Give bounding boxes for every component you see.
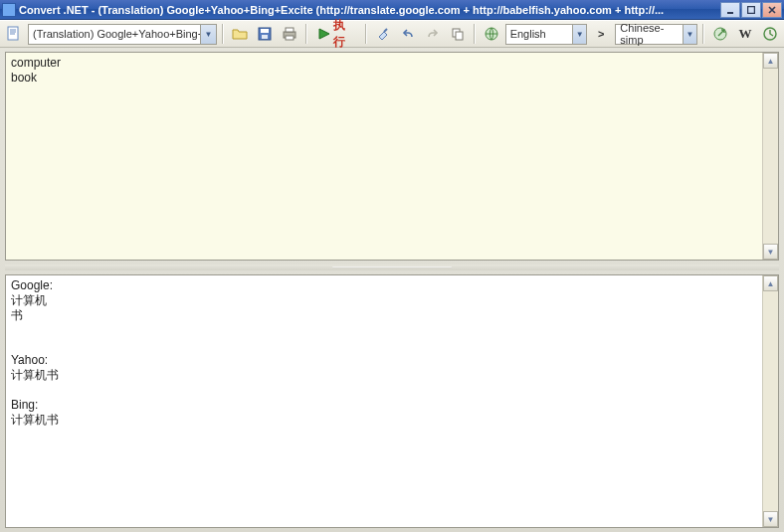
content-area: ▲ ▼ Google: 计算机 书 Yahoo: 计算机书 Bing: 计算机书… (0, 48, 784, 532)
external-link-icon[interactable] (709, 23, 731, 45)
splitter[interactable] (5, 265, 779, 270)
output-pane: Google: 计算机 书 Yahoo: 计算机书 Bing: 计算机书 ▲ ▼ (5, 274, 779, 528)
separator (474, 24, 476, 44)
clear-icon[interactable] (372, 23, 394, 45)
print-icon[interactable] (279, 23, 300, 45)
chevron-down-icon[interactable]: ▼ (683, 25, 696, 44)
svg-rect-7 (286, 28, 294, 32)
app-icon (2, 3, 16, 17)
svg-rect-10 (456, 32, 463, 40)
minimize-button[interactable] (720, 2, 740, 18)
maximize-button[interactable] (741, 2, 761, 18)
close-button[interactable] (762, 2, 782, 18)
lang-to-select[interactable]: Chinese-simp ▼ (615, 24, 697, 45)
svg-rect-4 (261, 29, 269, 33)
window-title: Convert .NET - (Translation) Google+Yaho… (19, 4, 720, 16)
separator (305, 24, 307, 44)
swap-languages-button[interactable]: > (590, 23, 612, 45)
scroll-down-icon[interactable]: ▼ (763, 511, 778, 527)
scroll-track[interactable] (763, 69, 778, 244)
lang-from-select[interactable]: English ▼ (505, 24, 588, 45)
input-pane: ▲ ▼ (5, 52, 779, 261)
scroll-track[interactable] (763, 291, 778, 511)
separator (222, 24, 224, 44)
redo-icon[interactable] (422, 23, 444, 45)
copy-icon[interactable] (447, 23, 469, 45)
undo-icon[interactable] (397, 23, 419, 45)
svg-rect-8 (286, 36, 294, 40)
mode-select-text: (Translation) Google+Yahoo+Bing+E (29, 28, 200, 40)
open-folder-icon[interactable] (229, 23, 251, 45)
chevron-down-icon[interactable]: ▼ (200, 25, 216, 44)
separator (702, 24, 704, 44)
window-controls (720, 2, 782, 18)
input-textarea[interactable] (6, 53, 762, 260)
save-icon[interactable] (254, 23, 276, 45)
svg-rect-0 (727, 12, 733, 14)
history-icon[interactable] (759, 23, 781, 45)
document-icon[interactable] (3, 23, 25, 45)
toolbar: (Translation) Google+Yahoo+Bing+E ▼ 执行 E… (0, 20, 784, 48)
separator (365, 24, 367, 44)
wikipedia-icon[interactable]: W (734, 23, 756, 45)
svg-rect-1 (748, 6, 755, 13)
lang-to-text: Chinese-simp (616, 22, 683, 46)
input-scrollbar[interactable]: ▲ ▼ (762, 53, 778, 260)
execute-label: 执行 (333, 17, 354, 51)
globe-icon[interactable] (481, 23, 502, 45)
mode-select[interactable]: (Translation) Google+Yahoo+Bing+E ▼ (28, 24, 217, 45)
titlebar: Convert .NET - (Translation) Google+Yaho… (0, 0, 784, 20)
execute-button[interactable]: 执行 (312, 23, 360, 45)
output-text[interactable]: Google: 计算机 书 Yahoo: 计算机书 Bing: 计算机书 (6, 275, 762, 527)
chevron-down-icon[interactable]: ▼ (572, 25, 586, 44)
execute-icon (317, 26, 331, 42)
lang-from-text: English (506, 28, 573, 40)
svg-rect-5 (262, 35, 268, 39)
output-scrollbar[interactable]: ▲ ▼ (762, 275, 778, 527)
scroll-up-icon[interactable]: ▲ (763, 53, 778, 69)
scroll-down-icon[interactable]: ▼ (763, 244, 778, 260)
scroll-up-icon[interactable]: ▲ (763, 275, 778, 291)
